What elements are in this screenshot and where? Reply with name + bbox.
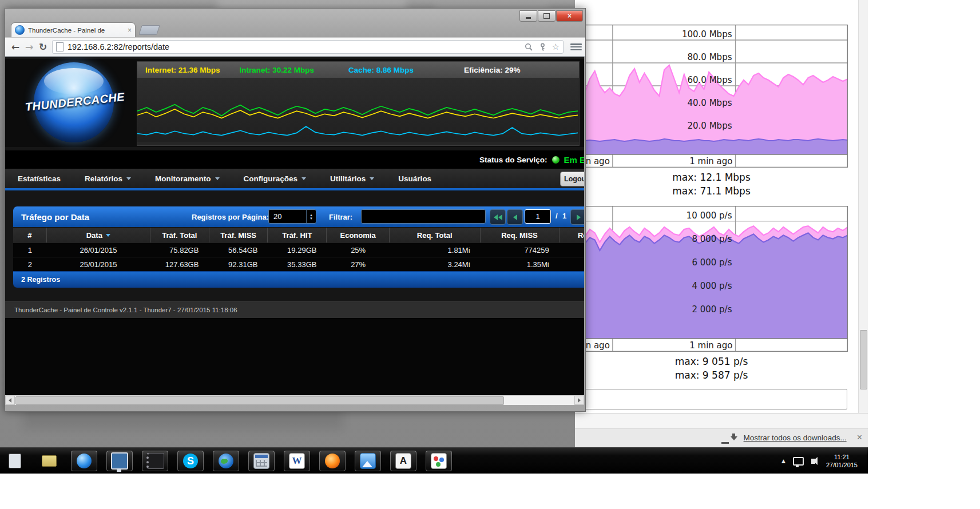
maximize-icon [543, 13, 550, 19]
close-icon: × [568, 12, 572, 20]
stat-efficiency: Eficiência: 29% [464, 66, 520, 74]
col-traf-hit[interactable]: Tráf. HIT [268, 228, 327, 242]
bandwidth-chart: 100.0 Mbps80.0 Mbps60.0 Mbps40.0 Mbps20.… [575, 25, 848, 168]
per-page-spinner[interactable]: 20 ▲▼ [268, 209, 316, 224]
page-separator: / [556, 212, 558, 220]
table-header-row: # Data Tráf. Total Tráf. MISS Tráf. HIT … [13, 227, 584, 242]
chevron-down-icon [301, 177, 306, 180]
forward-button[interactable]: → [22, 41, 36, 53]
skype-icon: S [183, 454, 198, 468]
col-economia[interactable]: Economia [327, 228, 390, 242]
back-button[interactable]: ← [9, 41, 22, 53]
taskbar-app-photo-viewer[interactable] [355, 451, 381, 471]
zoom-icon[interactable] [525, 43, 533, 51]
stat-intranet: Intranet: 30.22 Mbps [240, 66, 315, 74]
new-tab-button[interactable] [138, 25, 160, 35]
title-bar[interactable]: × [5, 9, 585, 22]
vertical-scrollbar[interactable] [858, 0, 868, 428]
nav-utilitarios[interactable]: Utilitários [330, 174, 374, 183]
horizontal-scrollbar[interactable] [5, 395, 584, 405]
taskbar-clock[interactable]: 11:21 27/01/2015 [826, 453, 858, 469]
col-req-total[interactable]: Req. Total [390, 228, 481, 242]
speaker-icon[interactable] [811, 459, 815, 464]
minimize-button[interactable] [519, 10, 537, 22]
taskbar-app-google-earth[interactable] [213, 451, 239, 471]
nav-configuracoes[interactable]: Configurações [244, 174, 307, 183]
scrollbar-thumb[interactable] [860, 330, 867, 389]
tab-close-icon[interactable]: × [128, 26, 132, 34]
filter-label: Filtrar: [329, 213, 352, 221]
logout-button[interactable]: Logout [560, 172, 584, 186]
reload-button[interactable]: ↻ [36, 41, 50, 53]
bookmark-star-icon[interactable]: ☆ [552, 42, 560, 52]
tab-thundercache[interactable]: ThunderCache - Painel de × [11, 22, 136, 37]
col-req-miss[interactable]: Req. MISS [481, 228, 560, 242]
page-bottom-band [575, 413, 868, 428]
col-data[interactable]: Data [47, 228, 150, 242]
scroll-right-arrow-icon[interactable] [574, 396, 584, 405]
y-axis-tick-label: 60.0 Mbps [688, 75, 732, 85]
col-traf-total[interactable]: Tráf. Total [150, 228, 209, 242]
paint-icon [431, 453, 447, 469]
nav-relatorios[interactable]: Relatórios [85, 174, 131, 183]
chevron-down-icon [126, 177, 131, 180]
current-page-box[interactable]: 1 [525, 209, 551, 224]
prev-page-button[interactable] [507, 209, 523, 225]
table-toolbar: Tráfego por Data Registros por Página: 2… [13, 206, 584, 227]
taskbar-app-globe[interactable] [71, 451, 97, 471]
url-text[interactable]: 192.168.6.2:82/reports/date [68, 42, 519, 51]
taskbar-app-document[interactable] [2, 451, 27, 471]
close-button[interactable]: × [556, 10, 583, 22]
table-row[interactable]: 2 25/01/2015 127.63GB 92.31GB 35.33GB 27… [13, 257, 584, 271]
taskbar-app-firefox[interactable] [319, 451, 346, 471]
taskbar-app-word[interactable]: W [284, 451, 310, 471]
address-bar[interactable]: 192.168.6.2:82/reports/date ☆ [52, 40, 564, 54]
menu-icon[interactable] [570, 42, 582, 51]
filter-input[interactable] [361, 209, 486, 224]
col-req-hit[interactable]: Req. HIT [560, 228, 584, 242]
empty-page-area [5, 319, 584, 395]
requests-max-total: max: 9 587 p/s [575, 369, 848, 381]
show-all-downloads-link[interactable]: Mostrar todos os downloads... [744, 434, 847, 442]
y-axis-tick-label: 80.0 Mbps [688, 52, 732, 62]
header-traffic-graph [137, 78, 579, 142]
chevron-down-icon [215, 177, 220, 180]
taskbar-app-text-editor[interactable]: A [390, 451, 416, 471]
close-downloads-icon[interactable]: × [857, 433, 862, 442]
horizontal-scrollbar-thumb[interactable] [15, 396, 504, 405]
taskbar-app-files[interactable] [37, 451, 62, 471]
taskbar-app-calculator[interactable] [248, 451, 275, 471]
double-left-arrow-icon [494, 214, 498, 220]
taskbar-app-remote-desktop[interactable] [106, 451, 133, 471]
firefox-icon [325, 454, 340, 468]
col-traf-miss[interactable]: Tráf. MISS [209, 228, 268, 242]
maximize-button[interactable] [538, 10, 556, 22]
text-editor-icon: A [395, 453, 411, 469]
window-bottom-frame [5, 405, 585, 411]
first-page-button[interactable] [490, 209, 506, 225]
taskbar-app-skype[interactable]: S [177, 451, 204, 471]
taskbar-app-paint[interactable] [426, 451, 452, 471]
nav-usuarios[interactable]: Usuários [398, 174, 431, 183]
calculator-icon [253, 453, 269, 469]
clock-date: 27/01/2015 [826, 461, 858, 469]
scroll-left-arrow-icon[interactable] [5, 396, 15, 405]
stat-cache: Cache: 8.86 Mbps [348, 66, 414, 74]
table-row[interactable]: 1 26/01/2015 75.82GB 56.54GB 19.29GB 25%… [13, 242, 584, 257]
page-header: THUNDERCACHE Internet: 21.36 Mbps Intran… [5, 59, 584, 147]
tray-expand-icon[interactable]: ▲ [781, 458, 785, 464]
nav-monitoramento[interactable]: Monitoramento [155, 174, 220, 183]
spinner-arrows-icon[interactable]: ▲▼ [306, 210, 316, 223]
taskbar-app-notebook[interactable] [142, 451, 168, 471]
comment-box[interactable] [582, 389, 847, 409]
next-page-button[interactable] [570, 209, 584, 225]
thundercache-favicon-icon [15, 25, 25, 35]
col-numero[interactable]: # [13, 228, 47, 242]
network-display-icon[interactable] [793, 457, 804, 466]
nav-estatisticas[interactable]: Estatísticas [18, 174, 61, 183]
stats-bar: Internet: 21.36 Mbps Intranet: 30.22 Mbp… [137, 62, 579, 78]
earth-icon [219, 454, 233, 468]
bandwidth-max-cache: max: 12.1 Mbps [575, 172, 848, 183]
key-icon[interactable] [538, 43, 547, 51]
page-icon [56, 42, 64, 51]
